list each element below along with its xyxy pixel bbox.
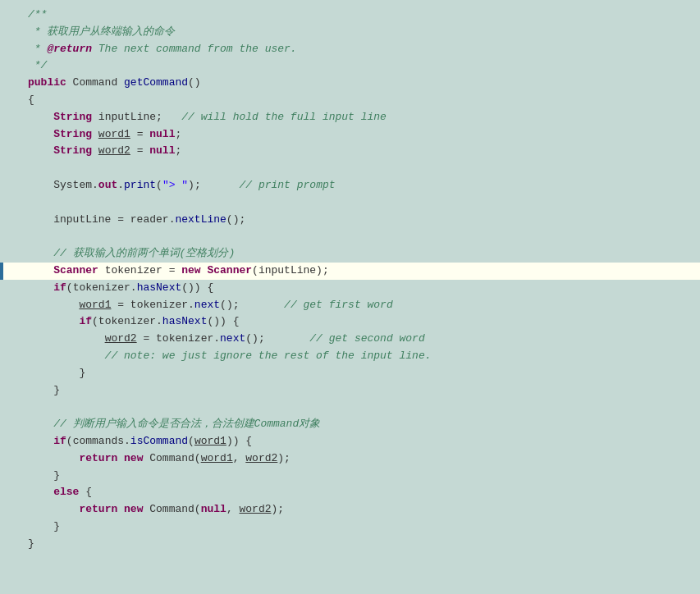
code-line: { (0, 92, 700, 109)
line-text: public Command getCommand() (3, 75, 700, 92)
code-line: public Command getCommand() (0, 75, 700, 92)
code-line-highlighted: Scanner tokenizer = new Scanner(inputLin… (0, 263, 700, 280)
code-line: // 判断用户输入命令是否合法，合法创建Command对象 (0, 416, 700, 433)
line-text: else { (3, 484, 700, 501)
line-text: // 判断用户输入命令是否合法，合法创建Command对象 (3, 416, 700, 433)
code-line: if(commands.isCommand(word1)) { (0, 433, 700, 450)
code-line: else { (0, 484, 700, 501)
code-line: inputLine = reader.nextLine(); (0, 212, 700, 229)
line-text: Scanner tokenizer = new Scanner(inputLin… (3, 263, 700, 280)
line-text: String word2 = null; (3, 143, 700, 160)
code-line: // 获取输入的前两个单词(空格划分) (0, 245, 700, 263)
line-text (3, 399, 700, 416)
line-text: // 获取输入的前两个单词(空格划分) (3, 245, 700, 263)
line-text: } (3, 365, 700, 382)
line-text: String word1 = null; (3, 126, 700, 144)
line-text: if(tokenizer.hasNext()) { (3, 313, 700, 331)
line-text (3, 194, 700, 212)
code-line: if(tokenizer.hasNext()) { (0, 313, 700, 331)
line-text: * @return The next command from the user… (3, 41, 700, 58)
line-text: if(tokenizer.hasNext()) { (3, 280, 700, 297)
code-line: String word1 = null; (0, 126, 700, 144)
code-editor: /** * 获取用户从终端输入的命令 * @return The next co… (0, 0, 700, 594)
code-line: /** (0, 7, 700, 24)
code-line: return new Command(null, word2); (0, 501, 700, 519)
code-line: } (0, 468, 700, 485)
line-text: } (3, 519, 700, 536)
code-line: if(tokenizer.hasNext()) { (0, 280, 700, 297)
line-text (3, 228, 700, 245)
line-text: } (3, 382, 700, 400)
line-text: word2 = tokenizer.next(); // get second … (3, 331, 700, 348)
code-line: return new Command(word1, word2); (0, 450, 700, 468)
line-text: // note: we just ignore the rest of the … (3, 348, 700, 365)
code-line: } (0, 382, 700, 400)
line-text: inputLine = reader.nextLine(); (3, 212, 700, 229)
line-text: word1 = tokenizer.next(); // get first w… (3, 297, 700, 314)
code-line: */ (0, 57, 700, 75)
code-line (0, 399, 700, 416)
line-text (3, 160, 700, 177)
line-text: { (3, 92, 700, 109)
line-text: return new Command(null, word2); (3, 501, 700, 519)
line-text: } (3, 468, 700, 485)
line-text: */ (3, 57, 700, 75)
code-line (0, 160, 700, 177)
line-text: return new Command(word1, word2); (3, 450, 700, 468)
code-line: * 获取用户从终端输入的命令 (0, 24, 700, 41)
code-line: word2 = tokenizer.next(); // get second … (0, 331, 700, 348)
code-line (0, 228, 700, 245)
code-line: } (0, 365, 700, 382)
code-line: System.out.print("> "); // print prompt (0, 177, 700, 194)
line-text: } (3, 536, 700, 553)
code-line: } (0, 519, 700, 536)
code-line (0, 194, 700, 212)
line-text: System.out.print("> "); // print prompt (3, 177, 700, 194)
code-line: String inputLine; // will hold the full … (0, 109, 700, 126)
line-text: * 获取用户从终端输入的命令 (3, 24, 700, 41)
line-text: /** (3, 7, 700, 24)
code-line: word1 = tokenizer.next(); // get first w… (0, 297, 700, 314)
code-line: // note: we just ignore the rest of the … (0, 348, 700, 365)
code-line: * @return The next command from the user… (0, 41, 700, 58)
line-text: String inputLine; // will hold the full … (3, 109, 700, 126)
line-text: if(commands.isCommand(word1)) { (3, 433, 700, 450)
code-line: String word2 = null; (0, 143, 700, 160)
code-line: } (0, 536, 700, 553)
